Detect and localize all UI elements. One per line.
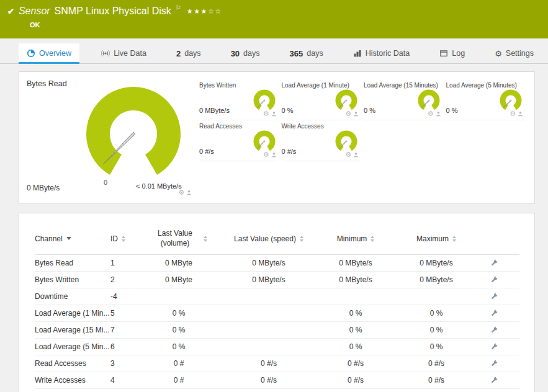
mini-gauge-bytes-written: Bytes Written 0 MByte/s ⚙ [199, 79, 278, 120]
gear-icon[interactable]: ⚙ [263, 151, 269, 158]
status-ok-check-icon: ✔ [7, 7, 14, 16]
person-icon[interactable] [436, 111, 441, 117]
person-icon[interactable] [353, 152, 359, 158]
gauge-actions: ⚙ [345, 151, 359, 158]
tab-number: 2 [176, 49, 181, 58]
wrench-icon[interactable] [490, 376, 498, 385]
person-icon[interactable] [271, 111, 277, 117]
cell-last-value-volume: 0 MByte [135, 259, 222, 267]
gauge-dial [333, 128, 360, 154]
gear-icon[interactable]: ⚙ [345, 151, 351, 158]
tab-bar: Overview Live Data 2 days 30 days 365 da… [0, 43, 548, 64]
wrench-icon[interactable] [490, 275, 498, 284]
wrench-icon[interactable] [490, 259, 498, 267]
cell-maximum: 0 #/s [396, 359, 477, 368]
cell-last-value-volume: 0 % [135, 309, 222, 318]
tab-number: 365 [290, 49, 303, 58]
gauge-actions: ⚙ [178, 189, 192, 196]
tab-label: Overview [39, 49, 71, 58]
tab-overview[interactable]: Overview [19, 43, 79, 63]
cell-id: 3 [110, 359, 135, 368]
tab-settings[interactable]: ⚙ Settings [487, 43, 542, 63]
tab-unit: days [243, 49, 259, 58]
column-label: Channel [35, 234, 63, 243]
gauge-dial [333, 87, 360, 113]
table-row[interactable]: Load Average (15 Mi... 7 0 % 0 % 0 % [35, 322, 519, 339]
gauge-dial [251, 128, 278, 154]
prtg-sensor-page: ✔ Sensor SNMP Linux Physical Disk ⚐ ★★★☆… [0, 0, 548, 392]
cell-last-value-volume: 0 % [135, 326, 222, 334]
gear-icon[interactable]: ⚙ [510, 110, 516, 117]
overview-icon [27, 49, 35, 58]
gauge-actions: ⚙ [428, 110, 441, 117]
object-kind-label: Sensor [19, 6, 50, 17]
page-title: SNMP Linux Physical Disk [55, 6, 171, 17]
sort-icon [122, 236, 125, 242]
gauge-dial [84, 83, 183, 190]
gear-icon[interactable]: ⚙ [263, 110, 269, 117]
wrench-icon[interactable] [490, 326, 498, 334]
gauge-current-value: 0 % [282, 107, 294, 114]
log-icon [439, 49, 448, 58]
cell-maximum: 0 % [396, 326, 477, 334]
gauge-dial [497, 87, 524, 113]
column-header-last-value-volume[interactable]: Last Value (volume) [135, 229, 222, 248]
person-icon[interactable] [271, 152, 277, 158]
table-row[interactable]: Bytes Written 2 0 MByte 0 MByte/s 0 MByt… [35, 272, 519, 288]
tab-label: Log [452, 49, 465, 58]
tab-historic-data[interactable]: Historic Data [345, 43, 418, 63]
gauge-actions: ⚙ [263, 110, 277, 117]
table-row[interactable]: Load Average (5 Min... 6 0 % 0 % 0 % [35, 339, 519, 355]
table-row[interactable]: Bytes Read 1 0 MByte 0 MByte/s 0 MByte/s… [35, 255, 519, 272]
column-header-last-value-speed[interactable]: Last Value (speed) [222, 234, 315, 243]
cell-minimum: 0 % [315, 326, 396, 334]
column-header-id[interactable]: ID [110, 234, 135, 243]
tab-label: Historic Data [366, 49, 410, 58]
channels-table-panel: Channel ID Last Value (volume) Last Valu… [19, 213, 535, 392]
cell-id: 2 [110, 275, 135, 284]
priority-stars[interactable]: ★★★☆☆ [187, 7, 222, 16]
cell-channel: Bytes Written [35, 275, 110, 284]
wrench-icon[interactable] [490, 292, 498, 301]
person-icon[interactable] [518, 111, 523, 117]
tab-2-days[interactable]: 2 days [168, 43, 209, 63]
gauge-current-value: 0 MByte/s [199, 107, 230, 114]
wrench-icon[interactable] [490, 342, 498, 351]
cell-minimum: 0 % [315, 309, 396, 318]
wrench-icon[interactable] [490, 359, 498, 368]
column-header-maximum[interactable]: Maximum [396, 234, 477, 243]
cell-last-value-speed: 0 #/s [222, 359, 315, 368]
gear-icon[interactable]: ⚙ [345, 110, 351, 117]
status-badge: OK [30, 21, 541, 29]
mini-gauge-read-accesses: Read Accesses 0 #/s ⚙ [199, 120, 278, 161]
column-label: ID [110, 234, 118, 243]
gear-icon[interactable]: ⚙ [178, 189, 184, 196]
cell-maximum: 0 MByte/s [396, 259, 477, 267]
table-row[interactable]: Downtime -4 [35, 288, 519, 305]
column-header-minimum[interactable]: Minimum [315, 234, 396, 243]
gauge-current-value: 0 #/s [282, 148, 297, 155]
column-header-channel[interactable]: Channel [35, 234, 110, 243]
table-row[interactable]: Load Average (1 Min... 5 0 % 0 % 0 % [35, 305, 519, 322]
mini-gauge-load-average-1-minute: Load Average (1 Minute) 0 % ⚙ [282, 79, 361, 120]
tab-365-days[interactable]: 365 days [282, 43, 331, 63]
tab-30-days[interactable]: 30 days [223, 43, 268, 63]
gauge-actions: ⚙ [263, 151, 277, 158]
flag-icon[interactable]: ⚐ [176, 4, 181, 11]
gear-icon[interactable]: ⚙ [428, 110, 434, 117]
table-row[interactable]: Read Accesses 3 0 # 0 #/s 0 #/s 0 #/s [35, 355, 519, 372]
cell-maximum: 0 MByte/s [396, 275, 477, 284]
mini-gauge-load-average-15-minutes: Load Average (15 Minutes) 0 % ⚙ [364, 79, 442, 120]
cell-minimum: 0 MByte/s [315, 275, 396, 284]
wrench-icon[interactable] [490, 309, 498, 318]
table-row[interactable]: Write Accesses 4 0 # 0 #/s 0 #/s 0 #/s [35, 372, 519, 389]
main-gauge-bytes-read: Bytes Read 0 MByte/s 0 < 0.01 MByte/s ⚙ [27, 79, 195, 196]
mini-gauge-load-average-5-minutes: Load Average (5 Minutes) 0 % ⚙ [446, 79, 525, 120]
person-icon[interactable] [353, 111, 359, 117]
column-label: Last Value (volume) [150, 229, 200, 248]
cell-channel: Downtime [35, 292, 110, 301]
cell-maximum: 0 % [396, 309, 477, 318]
person-icon[interactable] [186, 190, 192, 195]
tab-live-data[interactable]: Live Data [93, 43, 155, 63]
tab-log[interactable]: Log [431, 43, 473, 63]
